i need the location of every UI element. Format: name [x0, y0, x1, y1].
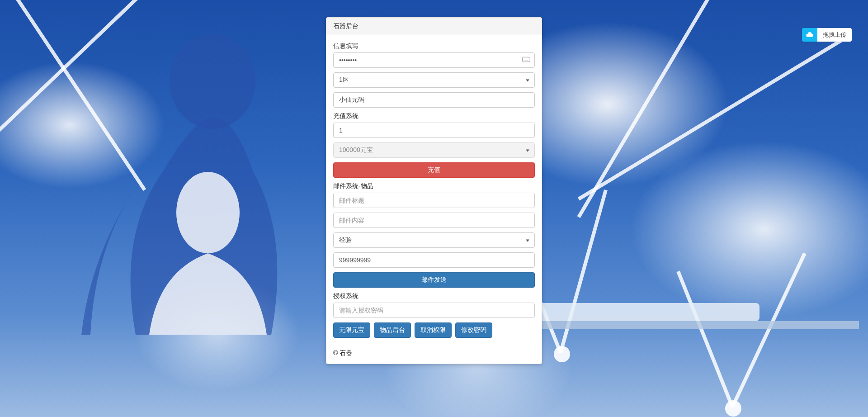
panel-title: 石器后台: [326, 18, 542, 35]
mail-type-select[interactable]: 经验: [333, 232, 535, 248]
drag-upload-widget[interactable]: 拖拽上传: [802, 28, 852, 42]
auth-password-input[interactable]: [333, 303, 535, 318]
unlimited-gold-button[interactable]: 无限元宝: [333, 322, 370, 338]
recharge-amount-input[interactable]: [333, 123, 535, 138]
change-password-button[interactable]: 修改密码: [455, 322, 492, 338]
mail-send-button[interactable]: 邮件发送: [333, 272, 535, 288]
svg-rect-14: [523, 57, 530, 62]
svg-point-8: [554, 346, 570, 362]
password-input[interactable]: [333, 52, 535, 68]
svg-point-9: [725, 400, 741, 417]
svg-point-12: [170, 34, 255, 129]
svg-line-3: [579, 41, 841, 199]
code-input[interactable]: [333, 92, 535, 108]
auth-section-label: 授权系统: [333, 292, 535, 300]
svg-line-6: [732, 253, 805, 407]
recharge-button[interactable]: 充值: [333, 162, 535, 178]
svg-point-13: [176, 172, 240, 253]
mail-content-input[interactable]: [333, 213, 535, 228]
revoke-permission-button[interactable]: 取消权限: [415, 322, 452, 338]
panel-footer: © 石器: [326, 345, 542, 364]
info-section-label: 信息填写: [333, 42, 535, 50]
admin-panel: 石器后台 信息填写 1区 充值系统 100000元宝 充值 邮件系统-物品: [326, 17, 542, 364]
svg-line-0: [0, 0, 145, 190]
svg-line-1: [0, 0, 145, 190]
mail-quantity-input[interactable]: [333, 252, 535, 268]
cloud-upload-icon: [802, 28, 817, 42]
svg-line-4: [561, 190, 606, 353]
keyboard-icon: [522, 57, 530, 64]
recharge-section-label: 充值系统: [333, 112, 535, 120]
recharge-option-select[interactable]: 100000元宝: [333, 142, 535, 158]
item-admin-button[interactable]: 物品后台: [374, 322, 411, 338]
mail-section-label: 邮件系统-物品: [333, 182, 535, 190]
svg-line-2: [579, 0, 723, 217]
mail-title-input[interactable]: [333, 193, 535, 208]
svg-line-7: [678, 271, 732, 407]
drag-upload-label: 拖拽上传: [817, 28, 852, 42]
region-select[interactable]: 1区: [333, 72, 535, 88]
